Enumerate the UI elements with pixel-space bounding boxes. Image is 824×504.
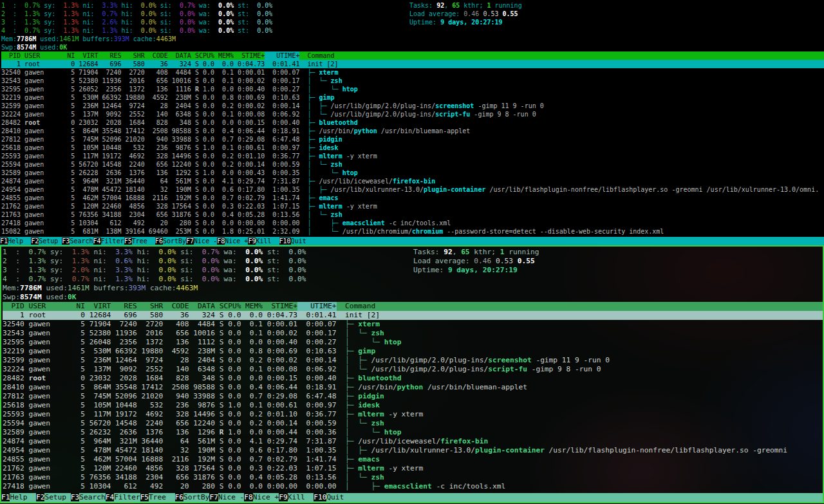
process-row-25593[interactable]: 25593gawen5117M19172469232814496S0.00.20…: [3, 410, 823, 419]
fkey-f8-nice[interactable]: F8Nice +: [217, 237, 248, 245]
process-row-28482[interactable]: 28482root02303220281684828348S0.00.00:00…: [1, 118, 824, 127]
process-row-15082[interactable]: 15082gawen5681M138M3916469460253MS0.01.8…: [1, 227, 824, 236]
fkey-f2-setup[interactable]: F2Setup: [31, 237, 62, 245]
fkey-f4-filter[interactable]: F4Filter: [106, 493, 140, 502]
column-header-user[interactable]: USER: [28, 302, 68, 311]
process-row-1[interactable]: 1root01268469658036324S0.00.00:04.730:01…: [3, 311, 823, 320]
column-header-mem[interactable]: MEM%: [214, 51, 234, 60]
process-row-32219[interactable]: 32219gawen5530M66392198804592238MS0.00.8…: [1, 93, 824, 102]
column-header-s[interactable]: S: [215, 302, 223, 311]
process-row-32224[interactable]: 32224gawen5137M909225521406348S0.00.10:0…: [1, 110, 824, 118]
column-header-pid[interactable]: PID: [1, 51, 21, 60]
process-row-27418[interactable]: 27418gawen51030461249220280S0.00.00:00.0…: [3, 482, 823, 491]
command-cell: │ └─ /usr/lib/chromium/chromium --passwo…: [307, 227, 664, 236]
column-header-virt[interactable]: VIRT: [85, 302, 111, 311]
process-row-32540[interactable]: 32540gawen571904724027204084484S0.00.10:…: [3, 320, 823, 329]
process-row-32543[interactable]: 32543gawen55238011936201665610016S0.00.1…: [3, 329, 823, 338]
command-cell: │ └─ htop: [345, 338, 402, 347]
column-header-s[interactable]: S: [191, 51, 199, 60]
column-header-code[interactable]: CODE: [145, 51, 168, 60]
fkey-f5-tree[interactable]: F5Tree: [140, 493, 175, 502]
process-row-25594[interactable]: 25594gawen55672014548224065612240S0.00.2…: [1, 160, 824, 169]
column-header-virt[interactable]: VIRT: [75, 51, 98, 60]
process-row-32540[interactable]: 32540gawen571904724027204084484S0.00.10:…: [1, 68, 824, 77]
column-header-res[interactable]: RES: [111, 302, 136, 311]
column-header-user[interactable]: USER: [24, 51, 59, 60]
fkey-f2-setup[interactable]: F2Setup: [36, 493, 71, 502]
process-row-32599[interactable]: 32599gawen5236M124649724282404S0.00.20:0…: [1, 102, 824, 110]
column-header-pid[interactable]: PID: [3, 302, 24, 311]
column-header-command[interactable]: Command: [345, 302, 375, 311]
column-header-command[interactable]: Command: [307, 51, 334, 60]
fkey-f1-help[interactable]: F1Help: [1, 493, 36, 502]
fkey-f10-quit[interactable]: F10Quit: [314, 493, 344, 502]
fkey-f3-search[interactable]: F3Search: [62, 237, 93, 245]
process-row-24954[interactable]: 24954gawen5478M454721814032190MS0.00.60:…: [1, 185, 824, 194]
column-header-utime[interactable]: UTIME+: [297, 302, 337, 311]
process-row-1[interactable]: 1root01268469658036324S0.00.00:04.730:01…: [1, 60, 824, 68]
process-row-25593[interactable]: 25593gawen5117M19172469232814496S0.00.20…: [1, 152, 824, 160]
process-row-32599[interactable]: 32599gawen5236M124649724282404S0.00.20:0…: [3, 356, 823, 365]
fkey-f8-nice[interactable]: F8Nice +: [244, 493, 279, 502]
column-header-utime[interactable]: UTIME+: [265, 51, 299, 60]
fkey-f1-help[interactable]: F1Help: [0, 237, 31, 245]
process-row-32595[interactable]: 32595gawen526052235613721361116R1.00.00:…: [1, 85, 824, 93]
process-row-24874[interactable]: 24874gawen5964M321M3644064561MS0.04.10:2…: [3, 437, 823, 446]
process-row-32589[interactable]: 32589gawen526228263613761361292S1.00.00:…: [1, 169, 824, 177]
command-cell: ├─ emacs: [307, 194, 338, 202]
command-cell: ├─ gimp: [307, 93, 334, 102]
command-cell: ├─ /usr/lib/iceweasel/firefox-bin: [345, 437, 488, 446]
process-row-32219[interactable]: 32219gawen5530M66392198804592238MS0.00.8…: [3, 347, 823, 356]
process-row-28410[interactable]: 28410gawen5864M3554817412250898588S0.00.…: [1, 127, 824, 135]
process-row-21762[interactable]: 21762gawen5120M22460485632817564S0.00.30…: [3, 464, 823, 473]
command-cell: ├─ bluetoothd: [307, 118, 357, 127]
fkey-f9-kill[interactable]: F9Kill: [279, 493, 314, 502]
fkey-f7-nice[interactable]: F7Nice -: [209, 493, 244, 502]
process-row-21763[interactable]: 21763gawen57635634188230465631876S0.00.4…: [1, 210, 824, 219]
process-row-24855[interactable]: 24855gawen5462M57004168882116192MS0.00.7…: [3, 455, 823, 464]
column-header-shr[interactable]: SHR: [122, 51, 145, 60]
fkey-f6-sortby[interactable]: F6SortBy: [175, 493, 210, 502]
process-row-32224[interactable]: 32224gawen5137M909225521406348S0.00.10:0…: [3, 365, 823, 374]
process-row-24874[interactable]: 24874gawen5964M321M3644064561MS0.04.10:2…: [1, 177, 824, 185]
column-header-data[interactable]: DATA: [168, 51, 191, 60]
process-row-28410[interactable]: 28410gawen5864M3554817412250898588S0.00.…: [3, 383, 823, 392]
column-header-cpu[interactable]: CPU%: [223, 302, 241, 311]
fkey-f3-search[interactable]: F3Search: [71, 493, 106, 502]
column-header-shr[interactable]: SHR: [137, 302, 163, 311]
process-row-28482[interactable]: 28482root02303220281684828348S0.00.00:00…: [3, 374, 823, 383]
process-row-27812[interactable]: 27812gawen5745M520962102094033988S0.00.7…: [3, 392, 823, 401]
process-row-25594[interactable]: 25594gawen55672014548224065612240S0.00.2…: [3, 419, 823, 428]
process-row-24855[interactable]: 24855gawen5462M57004168882116192MS0.00.7…: [1, 194, 824, 202]
column-header-cpu[interactable]: CPU%: [199, 51, 214, 60]
column-header-mem[interactable]: MEM%: [241, 302, 263, 311]
process-row-32543[interactable]: 32543gawen55238011936201665610016S0.00.1…: [1, 77, 824, 85]
terminal-top: 1 :0.7% sy:1.3% ni:3.3% hi:0.0% si:0.7% …: [0, 0, 824, 245]
column-header-res[interactable]: RES: [98, 51, 121, 60]
fkey-f5-tree[interactable]: F5Tree: [124, 237, 155, 245]
process-row-25618[interactable]: 25618gawen5105M104485322369876S1.00.10:0…: [1, 144, 824, 152]
process-row-27812[interactable]: 27812gawen5745M520962102094033988S0.00.7…: [1, 135, 824, 144]
column-header-ni[interactable]: NI: [59, 51, 75, 60]
fkey-f7-nice[interactable]: F7Nice -: [186, 237, 217, 245]
column-header-code[interactable]: CODE: [163, 302, 189, 311]
process-row-21763[interactable]: 21763gawen57635634188230465631876S0.00.4…: [3, 473, 823, 482]
command-cell: │ └─ zsh: [307, 160, 342, 169]
command-cell: ├─ pidgin: [345, 392, 384, 401]
process-row-32589[interactable]: 32589gawen526232263613761361296R1.00.00:…: [3, 428, 823, 437]
column-header-stime[interactable]: STIME+: [234, 51, 265, 60]
column-header-stime[interactable]: STIME+: [263, 302, 297, 311]
process-row-32595[interactable]: 32595gawen526048235613721361112S0.00.00:…: [3, 338, 823, 347]
fkey-f6-sortby[interactable]: F6SortBy: [155, 237, 186, 245]
fkey-f9-kill[interactable]: F9Kill: [248, 237, 279, 245]
command-cell: │ ├─ /usr/lib/gimp/2.0/plug-ins/screensh…: [307, 102, 543, 110]
process-row-21762[interactable]: 21762gawen5120M22460485632817564S0.00.30…: [1, 202, 824, 210]
command-cell: ├─ xterm: [345, 320, 380, 329]
process-row-24954[interactable]: 24954gawen5478M454721814032190MS0.00.60:…: [3, 446, 823, 455]
fkey-f10-quit[interactable]: F10Quit: [279, 237, 306, 245]
process-row-25618[interactable]: 25618gawen5105M104485322369876S1.00.10:0…: [3, 401, 823, 410]
process-row-27418[interactable]: 27418gawen51030461249220280S0.00.00:00.0…: [1, 219, 824, 227]
fkey-f4-filter[interactable]: F4Filter: [93, 237, 124, 245]
column-header-ni[interactable]: NI: [68, 302, 85, 311]
column-header-data[interactable]: DATA: [189, 302, 215, 311]
